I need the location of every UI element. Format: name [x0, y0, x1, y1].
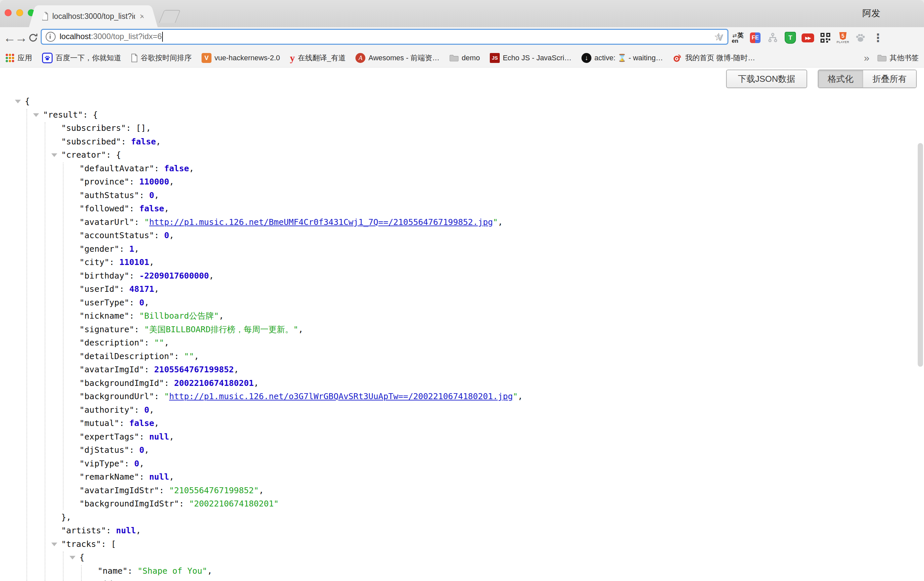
tampermonkey-icon[interactable]: T	[784, 30, 797, 45]
json-line: "creator": {	[0, 148, 924, 162]
bookmark-baidu[interactable]: 百度一下，你就知道	[42, 53, 121, 63]
json-line: "defaultAvatar": false,	[0, 162, 924, 175]
bookmark-weibo[interactable]: 我的首页 微博-随时…	[673, 53, 755, 63]
url-path: :3000/top_list?idx=6	[91, 32, 162, 41]
collapse-arrow-icon[interactable]	[33, 113, 39, 117]
text-cursor	[162, 32, 163, 42]
json-token: ,	[154, 190, 159, 200]
json-token: "	[164, 392, 169, 401]
json-token: ,	[149, 405, 154, 415]
json-token: ,	[164, 204, 169, 214]
json-line: "signature": "美国BILLBOARD排行榜，每周一更新。",	[0, 323, 924, 336]
json-link[interactable]: http://p1.music.126.net/o3G7lWrGBQAvSRt3…	[169, 392, 513, 401]
json-token: ,	[209, 271, 214, 281]
json-token: ,	[172, 579, 177, 581]
json-token: "description"	[79, 338, 144, 348]
omnibox[interactable]: localhost:3000/top_list?idx=6 ☆	[41, 29, 728, 45]
json-token: :	[124, 459, 134, 468]
json-token: "userType"	[79, 298, 129, 307]
tab-strip: localhost:3000/top_list?idx=6 × 阿发	[0, 0, 924, 28]
json-token: :	[134, 405, 144, 415]
json-line: "subscribers": [],	[0, 122, 924, 135]
fe-extension-icon[interactable]: FE	[749, 30, 762, 45]
json-token: "followed"	[79, 204, 129, 214]
bookmark-vue-hackernews[interactable]: V vue-hackernews-2.0	[201, 53, 280, 63]
sitemap-icon[interactable]	[766, 30, 779, 45]
new-tab-button[interactable]	[159, 10, 181, 23]
download-json-button[interactable]: 下载JSON数据	[726, 70, 807, 88]
translate-icon[interactable]: ⇄ 英 en	[731, 30, 744, 45]
collapse-arrow-icon[interactable]	[69, 556, 76, 559]
browser-profile-name[interactable]: 阿发	[863, 7, 880, 19]
other-bookmarks-label: 其他书签	[889, 53, 919, 63]
json-token: "authStatus"	[79, 190, 139, 200]
view-mode-segmented-control: 格式化 折叠所有	[818, 70, 917, 88]
json-token: {	[79, 553, 84, 562]
json-token: ,	[136, 526, 141, 535]
json-line: "city": 110101,	[0, 256, 924, 269]
json-token: ,	[149, 257, 154, 267]
vue-devtools-icon[interactable]: V	[714, 30, 726, 45]
json-token: "	[493, 217, 498, 227]
json-token: 110000	[139, 177, 169, 187]
bookmark-echojs[interactable]: JS Echo JS - JavaScri…	[490, 53, 571, 63]
json-line: "authStatus": 0,	[0, 189, 924, 202]
collapse-arrow-icon[interactable]	[51, 543, 57, 546]
bookmark-youdao[interactable]: y 在线翻译_有道	[290, 52, 345, 64]
json-token: :	[109, 257, 119, 267]
json-token: "djStatus"	[79, 445, 129, 455]
json-link[interactable]: http://p1.music.126.net/BmeUMF4Cr0f3431C…	[149, 217, 493, 227]
json-line: "vipType": 0,	[0, 457, 924, 471]
format-button[interactable]: 格式化	[818, 70, 863, 88]
json-line: "birthday": -2209017600000,	[0, 269, 924, 283]
json-token: },	[61, 512, 71, 522]
json-token: ,	[189, 164, 194, 173]
html5-player-icon[interactable]: 5 PLAYER	[837, 30, 849, 45]
json-token: :	[129, 311, 139, 321]
json-token: :	[129, 298, 139, 307]
json-tree: {"result": {"subscribers": [],"subscribe…	[0, 95, 924, 581]
json-token: 110101	[119, 257, 149, 267]
collapse-arrow-icon[interactable]	[15, 100, 21, 103]
json-token: ,	[254, 378, 259, 388]
json-line: {	[0, 95, 924, 108]
bookmark-demo-folder[interactable]: demo	[449, 54, 480, 62]
json-token: "backgroundImgId"	[79, 378, 164, 388]
json-token: :	[121, 137, 131, 146]
tab-close-icon[interactable]: ×	[140, 12, 145, 20]
bookmark-google-sort[interactable]: 谷歌按时间排序	[131, 53, 191, 63]
browser-toolbar: ← → localhost:3000/top_list?idx=6 ☆ V ⇄ …	[0, 27, 924, 48]
browser-menu-icon[interactable]: ⋮	[872, 30, 884, 45]
json-token: ,	[194, 351, 199, 361]
json-token: "	[144, 217, 149, 227]
fastforward-player-icon[interactable]: ▶▶	[802, 30, 814, 45]
url-text: localhost:3000/top_list?idx=6	[59, 32, 163, 42]
json-token: :	[134, 324, 144, 334]
json-token: 2002210674180201	[174, 378, 254, 388]
bookmark-active-download[interactable]: ↓ active: ⌛ - waiting…	[581, 53, 663, 63]
paw-extension-icon[interactable]	[854, 30, 867, 45]
close-window-button[interactable]	[5, 9, 12, 16]
json-token: :	[139, 472, 149, 482]
bookmarks-overflow-icon[interactable]: »	[864, 52, 870, 64]
json-token: "userId"	[79, 284, 119, 294]
json-token: ,	[139, 459, 144, 468]
bookmark-label: Awesomes - 前端资…	[368, 53, 439, 63]
qrcode-icon[interactable]	[819, 30, 832, 45]
json-token: "city"	[79, 257, 109, 267]
bookmark-label: 应用	[18, 53, 32, 63]
page-info-icon[interactable]	[46, 32, 56, 42]
bookmark-label: active: ⌛ - waiting…	[594, 54, 663, 62]
json-viewer-actions: 下载JSON数据 格式化 折叠所有	[726, 70, 917, 88]
other-bookmarks[interactable]: 其他书签	[877, 53, 919, 63]
collapse-all-button[interactable]: 折叠所有	[863, 70, 916, 88]
bookmark-awesomes[interactable]: A Awesomes - 前端资…	[355, 53, 439, 63]
minimize-window-button[interactable]	[16, 9, 23, 16]
bookmark-apps[interactable]: 应用	[5, 53, 32, 63]
collapse-arrow-icon[interactable]	[51, 153, 57, 157]
json-token: :	[164, 378, 174, 388]
json-token: ,	[169, 177, 174, 187]
tab-localhost[interactable]: localhost:3000/top_list?idx=6 ×	[37, 5, 150, 27]
vertical-scrollbar[interactable]	[918, 143, 923, 367]
reload-icon[interactable]	[26, 27, 40, 48]
